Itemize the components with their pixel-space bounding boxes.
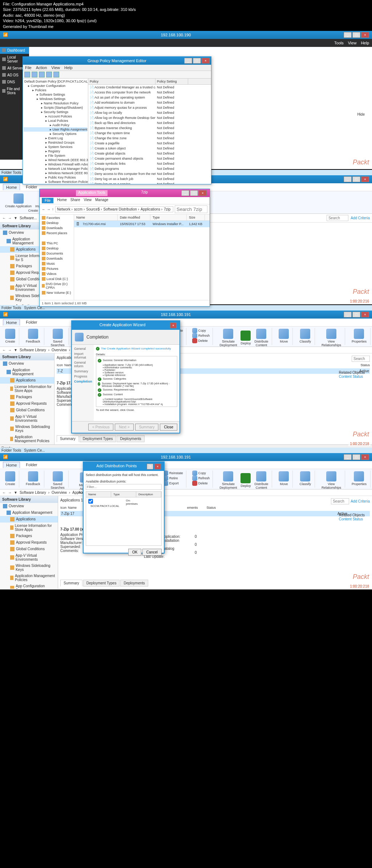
refresh-button[interactable]: Refresh bbox=[192, 333, 210, 338]
close-button[interactable]: Close bbox=[160, 424, 177, 431]
nav-item[interactable]: Packages bbox=[0, 533, 58, 539]
policy-row[interactable]: 📄 Create a token objectNot Defined bbox=[88, 146, 211, 151]
tab-home[interactable]: Home bbox=[3, 184, 20, 190]
tree-node[interactable]: ▸ Audit Policy bbox=[24, 123, 87, 127]
crumb-software[interactable]: Software... bbox=[20, 216, 37, 220]
maximize-button[interactable]: □ bbox=[352, 176, 360, 182]
nav-item[interactable]: Applications bbox=[0, 516, 58, 523]
wizard-step[interactable]: Completion bbox=[73, 379, 92, 384]
properties-button[interactable]: Properties bbox=[351, 328, 367, 344]
tree-node[interactable]: ▸ Software Restriction Policies bbox=[24, 180, 87, 184]
crumb-ov[interactable]: Overview bbox=[52, 348, 67, 352]
policy-row[interactable]: 📄 Deny log on as a batch jobNot Defined bbox=[88, 176, 211, 181]
tree-node[interactable]: ▸ User Rights Assignment bbox=[24, 127, 87, 132]
simulate-button[interactable]: Simulate Deployment bbox=[219, 328, 238, 348]
folder-tools-tab[interactable]: Folder Tools bbox=[1, 448, 21, 452]
hide-link[interactable]: Hide bbox=[357, 112, 365, 116]
wizard-details-box[interactable]: ✓Success: General Information• Applicati… bbox=[96, 356, 177, 407]
retire-button[interactable]: Retire bbox=[163, 476, 183, 481]
tab-folder[interactable]: Folder bbox=[23, 184, 40, 190]
explorer-nav-item[interactable]: Music bbox=[40, 261, 73, 266]
nav-item[interactable]: Application Management bbox=[0, 509, 58, 516]
breadcrumb-3[interactable]: ←→▼ Software Library› Overview› Appl... bbox=[0, 347, 372, 353]
content-status-link[interactable]: Content Status bbox=[339, 517, 363, 521]
wizard-step[interactable]: Progress bbox=[73, 374, 92, 379]
nav-item[interactable]: License Information for Store Apps bbox=[0, 384, 54, 394]
path-segment[interactable]: Software Distribution › bbox=[104, 207, 139, 211]
tree-node[interactable]: ▸ Wired Network (IEEE 802.3) Policies bbox=[24, 158, 87, 162]
tree-node[interactable]: ▸ Windows Settings bbox=[24, 97, 87, 101]
path-segment[interactable]: Source$ › bbox=[86, 207, 102, 211]
wizard-close-button[interactable]: × bbox=[170, 323, 177, 328]
tree-node[interactable]: ▸ Security Options bbox=[24, 132, 87, 136]
col-policy[interactable]: Policy bbox=[88, 79, 155, 84]
gpme-titlebar[interactable]: Group Policy Management Editor _ □ × bbox=[23, 57, 211, 65]
exp-minimize[interactable]: _ bbox=[181, 190, 189, 196]
copy-button[interactable]: Copy bbox=[192, 471, 210, 476]
move-button[interactable]: Move bbox=[278, 328, 290, 344]
delete-button[interactable]: Delete bbox=[192, 338, 210, 343]
explorer-nav-item[interactable]: Recent places bbox=[40, 231, 73, 236]
policy-row[interactable]: 📄 Deny log on as a serviceNot Defined bbox=[88, 181, 211, 184]
exp-close[interactable]: × bbox=[199, 190, 207, 196]
back-icon[interactable] bbox=[24, 72, 30, 77]
move-button[interactable]: Move bbox=[278, 471, 290, 487]
gpme-menu-action[interactable]: Action bbox=[36, 65, 47, 70]
export-button[interactable]: Export bbox=[163, 481, 183, 486]
dist-close-button[interactable]: × bbox=[154, 464, 161, 469]
policy-row[interactable]: 📄 Deny access to this computer from the … bbox=[88, 171, 211, 176]
up-icon[interactable] bbox=[39, 72, 45, 77]
path-segment[interactable]: Applications › bbox=[141, 207, 162, 211]
path-segment[interactable]: sccm › bbox=[74, 207, 85, 211]
up-icon[interactable]: ↑ bbox=[52, 207, 54, 211]
dist-filter-input[interactable] bbox=[86, 484, 162, 490]
policy-row[interactable]: 📄 Create a pagefileNot Defined bbox=[88, 141, 211, 146]
create-button[interactable]: Create bbox=[4, 471, 16, 487]
nav-item[interactable]: App-V Virtual Environments bbox=[0, 552, 58, 563]
cancel-button[interactable]: Cancel bbox=[142, 549, 162, 556]
file-row-7zip[interactable]: 🗄 7z1700-x64.msi 15/05/2017 17:53 Window… bbox=[74, 221, 210, 227]
nav-item[interactable]: Approval Requests bbox=[0, 400, 54, 407]
tree-node[interactable]: ▸ System Services bbox=[24, 145, 87, 149]
nav-item[interactable]: Application Management Policies bbox=[0, 573, 58, 583]
tree-node[interactable]: Default Domain Policy [DCP.PACKT.LOCAL] … bbox=[24, 79, 87, 84]
tree-node[interactable]: ▸ Computer Configuration bbox=[24, 84, 87, 88]
view-rel-button[interactable]: View Relationships bbox=[321, 328, 342, 348]
tab-folder[interactable]: Folder bbox=[23, 462, 40, 468]
maximize-button[interactable]: □ bbox=[352, 32, 360, 38]
tree-node[interactable]: ▸ Security Settings bbox=[24, 110, 87, 114]
dist-row-sccm[interactable]: SCCM.PACKT.LOCAL On-premises bbox=[86, 497, 161, 509]
copy-button[interactable]: Copy bbox=[192, 328, 210, 333]
explorer-nav-item[interactable]: Downloads bbox=[40, 256, 73, 261]
add-criteria[interactable]: Add Criteria bbox=[351, 499, 370, 503]
tab-deployments[interactable]: Deployments bbox=[120, 580, 148, 587]
gpme-policy-list[interactable]: Policy Policy Setting 📄 Access Credentia… bbox=[88, 79, 211, 184]
refresh-button[interactable]: Refresh bbox=[192, 476, 210, 481]
col-name[interactable]: Name bbox=[74, 215, 118, 220]
tree-node[interactable]: ▸ Policies bbox=[24, 88, 87, 92]
tab-summary[interactable]: Summary bbox=[57, 435, 79, 442]
nav-item[interactable]: Application Management bbox=[0, 367, 54, 377]
explorer-nav-item[interactable]: Documents bbox=[40, 251, 73, 256]
explorer-nav-item[interactable]: Local Disk (C:) bbox=[40, 276, 73, 281]
tree-node[interactable]: ▸ Account Policies bbox=[24, 114, 87, 119]
path-segment[interactable]: Network › bbox=[57, 207, 73, 211]
main-titlebar-4[interactable]: 📶 192.168.100.191 _ □ × bbox=[0, 453, 372, 461]
menu-tools[interactable]: Tools bbox=[334, 41, 344, 45]
nav-item[interactable]: App Configuration Policies bbox=[0, 444, 54, 444]
properties-button[interactable]: Properties bbox=[351, 471, 367, 487]
tree-node[interactable]: ▸ Public Key Policies bbox=[24, 175, 87, 180]
col-name[interactable]: Nam bbox=[64, 363, 71, 367]
nav-item[interactable]: App-V Virtual Environments bbox=[0, 413, 54, 424]
menu-view[interactable]: View bbox=[348, 41, 357, 45]
tree-node[interactable]: ▸ Restricted Groups bbox=[24, 140, 87, 145]
classify-button[interactable]: Classify bbox=[299, 328, 312, 344]
col-type[interactable]: Type bbox=[150, 215, 187, 220]
exp-maximize[interactable]: □ bbox=[190, 190, 198, 196]
add-criteria-link[interactable]: Add Criteria bbox=[351, 216, 370, 220]
main-titlebar-3[interactable]: 📶 192.168.100.191 _ □ × bbox=[0, 311, 372, 319]
explorer-nav-item[interactable]: Desktop bbox=[40, 246, 73, 251]
search-input-3[interactable] bbox=[352, 356, 370, 362]
search-input-4[interactable] bbox=[331, 498, 349, 504]
gpme-close[interactable]: × bbox=[202, 58, 210, 64]
